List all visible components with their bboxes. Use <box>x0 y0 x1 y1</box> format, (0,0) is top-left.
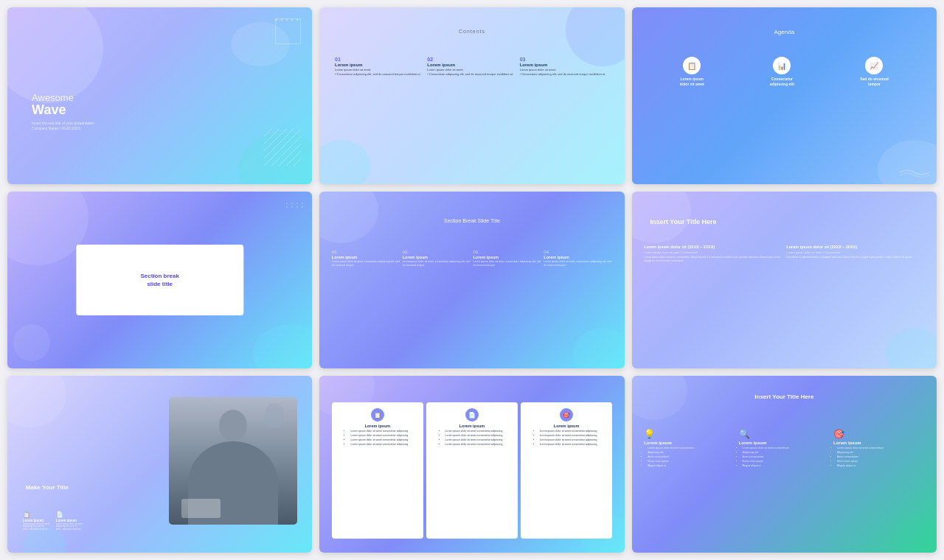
s5-col-4-num: 04. <box>544 250 612 254</box>
svg-line-4 <box>264 129 301 166</box>
agenda-item-3: 📈 Sed do eiusmodtempor <box>860 57 889 86</box>
slide-6-col-2: Lorem ipsum dolor sit (20XX – 20XX) Lore… <box>786 245 924 263</box>
slide-1: · · · · · · · · · · · Awesome Wave Inser… <box>7 7 312 184</box>
card-3-icon: 🎯 <box>560 408 573 421</box>
slide-7-photo <box>169 397 297 525</box>
s5-col-1-body: Lorem ipsum dolor sit amet, consectetur … <box>332 260 400 267</box>
card-2-icon: 📄 <box>465 408 479 421</box>
slide-6-content: Lorem ipsum dolor sit (20XX – 20XX) Lore… <box>644 245 924 263</box>
slide-7: Make Your Title 📋 Lorem ipsum Lorem ipsu… <box>7 376 312 553</box>
card-3-heading: Lorem ipsum <box>554 424 580 428</box>
slide-9: Insert Your Title Here 💡 Lorem ipsum Lor… <box>632 376 937 553</box>
s5-col-2-num: 02. <box>403 250 471 254</box>
col-3-body: Lorem ipsum dolor sit amet.• Consectetur… <box>520 68 609 76</box>
col-1-num: 01 <box>335 57 424 62</box>
s5-col-3-num: 03. <box>473 250 541 254</box>
col-3-num: 03 <box>520 57 609 62</box>
slide-9-col-3: 🎯 Lorem ipsum Lorem ipsum dolor sit amet… <box>833 429 924 468</box>
slide-2-columns: 01 Lorem ipsum Lorem ipsum dolor sit ame… <box>335 57 609 76</box>
slide-3-icons: 📋 Lorem ipsumdolor sit amet 📊 Consectetu… <box>647 57 921 86</box>
slide-2-col-1: 01 Lorem ipsum Lorem ipsum dolor sit ame… <box>335 57 424 76</box>
slide-7-icon-2: 📄 Lorem ipsum Lorem ipsum dolor sit amet… <box>56 511 83 532</box>
slide-8-card-1: 📋 Lorem ipsum Lorem ipsum dolor sit amet… <box>332 402 423 539</box>
slide-9-icon-3: 🎯 <box>833 429 844 439</box>
col-2-body: Lorem ipsum dolor sit amet.• Consectetur… <box>427 68 516 76</box>
slide-9-col-1-heading: Lorem ipsum <box>644 441 672 445</box>
svg-line-7 <box>286 151 301 166</box>
slide-5-col-2: 02. Lorem ipsum Lorem ipsum dolor sit am… <box>403 250 471 267</box>
agenda-icon-2: 📊 <box>773 57 791 74</box>
slide-7-icon-sym-2: 📄 <box>56 511 83 518</box>
slide-3: Agenda 📋 Lorem ipsumdolor sit amet 📊 Con… <box>632 7 937 184</box>
col-2-heading: Lorem ipsum <box>427 63 516 67</box>
agenda-label-1: Lorem ipsumdolor sit amet <box>680 77 704 86</box>
col-2-num: 02 <box>427 57 516 62</box>
s5-col-2-body: Lorem ipsum dolor sit amet, consectetur … <box>403 260 471 267</box>
slide-6-col-2-body: Duis dolor in reprehenderit in voluptate… <box>786 256 924 259</box>
slide-8-card-2: 📄 Lorem ipsum Lorem ipsum dolor sit amet… <box>426 402 518 539</box>
slide-6: Insert Your Title Here Lorem ipsum dolor… <box>632 192 937 368</box>
slide-5-title: Section Break Slide Title <box>444 218 500 223</box>
slide-1-subtitle: Insert the sub title of your presentatio… <box>32 121 94 131</box>
col-1-body: Lorem ipsum dolor sit amet.• Consectetur… <box>335 68 424 76</box>
slide-7-icon-body-1: Lorem ipsum dolor sit amet,adipiscing el… <box>23 523 50 532</box>
svg-line-5 <box>271 136 301 166</box>
slide-7-icons: 📋 Lorem ipsum Lorem ipsum dolor sit amet… <box>23 511 83 532</box>
slide-5-col-4: 04. Lorem ipsum Lorem ipsum dolor sit am… <box>544 250 612 267</box>
slide-5-col-1: 01. Lorem ipsum Lorem ipsum dolor sit am… <box>332 250 400 267</box>
svg-line-8 <box>294 158 301 166</box>
slide-1-title-top: Awesome <box>32 92 94 104</box>
slide-1-title-bold: Wave <box>32 103 94 118</box>
slide-4: Section breakslide title <box>7 192 312 368</box>
slide-2-col-3: 03 Lorem ipsum Lorem ipsum dolor sit ame… <box>520 57 609 76</box>
svg-line-1 <box>264 129 279 144</box>
slide-8-card-3: 🎯 Lorem ipsum Lorem ipsum dolor sit amet… <box>521 402 612 539</box>
slide-9-title: Insert Your Title Here <box>754 393 813 400</box>
slide-7-icon-sym-1: 📋 <box>23 511 50 518</box>
slide-6-col-2-heading: Lorem ipsum dolor sit (20XX – 20XX) <box>786 245 924 249</box>
s5-col-3-body: Lorem ipsum dolor sit amet, consectetur … <box>473 260 541 267</box>
slide-9-col-1-body: Lorem ipsum dolor sit amet consectetuer … <box>644 447 694 468</box>
agenda-item-2: 📊 Consecteturadipiscing elit <box>770 57 794 86</box>
agenda-label-2: Consecteturadipiscing elit <box>770 77 794 86</box>
card-1-body: Lorem ipsum dolor sit amet consectetur a… <box>347 430 408 447</box>
card-2-body: Lorem ipsum dolor sit amet consectetur a… <box>442 430 503 447</box>
slide-6-col-1-heading: Lorem ipsum dolor sit (20XX – 20XX) <box>644 245 782 249</box>
slide-4-box: Section breakslide title <box>76 245 243 315</box>
s5-col-2-heading: Lorem ipsum <box>403 255 471 259</box>
s5-col-3-heading: Lorem ipsum <box>473 255 541 259</box>
slide-8-cards: 📋 Lorem ipsum Lorem ipsum dolor sit amet… <box>332 402 612 539</box>
slide-9-col-3-body: Lorem ipsum dolor sit amet consectetuer … <box>833 447 884 468</box>
slide-8: 📋 Lorem ipsum Lorem ipsum dolor sit amet… <box>319 376 624 553</box>
slide-9-icon-2: 🔍 <box>739 429 750 439</box>
slide-6-col-2-sub: Lorem ipsum dolor sit amet / Consectetur <box>786 251 924 254</box>
s5-col-4-body: Lorem ipsum dolor sit amet, consectetur … <box>544 260 612 267</box>
slide-9-col-2: 🔍 Lorem ipsum Lorem ipsum dolor sit amet… <box>739 429 830 468</box>
slide-6-col-1: Lorem ipsum dolor sit (20XX – 20XX) Lore… <box>644 245 782 263</box>
slide-2: Contents 01 Lorem ipsum Lorem ipsum dolo… <box>319 7 624 184</box>
s5-col-4-heading: Lorem ipsum <box>544 255 612 259</box>
slide-9-columns: 💡 Lorem ipsum Lorem ipsum dolor sit amet… <box>644 429 924 468</box>
slide-9-col-3-heading: Lorem ipsum <box>833 441 861 445</box>
card-1-icon: 📋 <box>371 408 384 421</box>
slide-5-col-3: 03. Lorem ipsum Lorem ipsum dolor sit am… <box>473 250 541 267</box>
agenda-icon-1: 📋 <box>683 57 701 74</box>
slide-6-col-1-sub: Lorem ipsum dolor sit amet / Consectetur <box>644 251 782 254</box>
slide-3-section-label: Agenda <box>774 29 795 35</box>
slide-7-icon-text-1: Lorem ipsum <box>23 519 50 522</box>
s5-col-1-num: 01. <box>332 250 400 254</box>
agenda-icon-3: 📈 <box>865 57 883 74</box>
slide-9-icon-1: 💡 <box>644 429 655 439</box>
slide-6-col-1-body: Lorem ipsum dolor sit amet, consectetur … <box>644 256 782 263</box>
card-3-body: Lorem ipsum dolor sit amet consectetur a… <box>536 430 597 447</box>
slide-1-content: Awesome Wave Insert the sub title of you… <box>32 92 94 131</box>
slide-6-title: Insert Your Title Here <box>650 218 716 225</box>
slide-7-icon-text-2: Lorem ipsum <box>56 519 83 522</box>
card-1-heading: Lorem ipsum <box>365 424 391 428</box>
s5-col-1-heading: Lorem ipsum <box>332 255 400 259</box>
col-1-heading: Lorem ipsum <box>335 63 424 67</box>
slide-7-icon-1: 📋 Lorem ipsum Lorem ipsum dolor sit amet… <box>23 511 50 532</box>
slide-9-col-2-body: Lorem ipsum dolor sit amet consectetuer … <box>739 447 789 468</box>
agenda-label-3: Sed do eiusmodtempor <box>860 77 889 86</box>
svg-line-0 <box>264 129 271 136</box>
